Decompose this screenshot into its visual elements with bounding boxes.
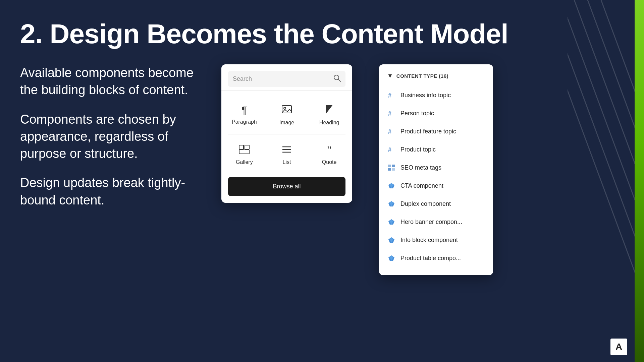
chevron-down-icon: ▼ bbox=[387, 72, 393, 79]
image-icon bbox=[281, 104, 292, 116]
picker-item-paragraph[interactable]: ¶ Paragraph bbox=[225, 97, 264, 131]
search-input[interactable]: Search bbox=[233, 75, 330, 82]
panel-title: CONTENT TYPE (16) bbox=[396, 73, 448, 79]
svg-rect-21 bbox=[392, 165, 395, 167]
content-type-item-hero[interactable]: Hero banner compon... bbox=[379, 213, 493, 231]
gem-icon-duplex bbox=[387, 199, 396, 208]
picker-item-image[interactable]: Image bbox=[267, 97, 307, 131]
text-column: Available components become the building… bbox=[20, 61, 195, 209]
search-bar[interactable]: Search bbox=[228, 71, 345, 87]
gem-icon-hero bbox=[387, 218, 396, 226]
content-type-item-product-feature[interactable]: # Product feature topic bbox=[379, 122, 493, 140]
paragraph-label: Paragraph bbox=[232, 119, 257, 125]
item-label-hero: Hero banner compon... bbox=[400, 219, 462, 226]
svg-line-5 bbox=[601, 0, 635, 362]
hash-icon: # bbox=[387, 91, 396, 100]
picker-item-heading[interactable]: Heading bbox=[310, 97, 349, 131]
gallery-icon bbox=[239, 145, 250, 156]
component-picker-panel: Search ¶ Paragraph bbox=[221, 64, 352, 203]
content-type-item-business-info[interactable]: # Business info topic bbox=[379, 86, 493, 104]
svg-rect-23 bbox=[392, 168, 395, 171]
gallery-label: Gallery bbox=[236, 159, 253, 165]
content-type-item-info-block[interactable]: Info block component bbox=[379, 231, 493, 249]
content-type-item-seo[interactable]: SEO meta tags bbox=[379, 159, 493, 177]
item-label-product-table: Product table compo... bbox=[400, 255, 461, 262]
content-type-list: # Business info topic # Person topic bbox=[379, 86, 493, 267]
seo-icon bbox=[387, 163, 396, 172]
svg-rect-22 bbox=[388, 168, 391, 171]
svg-rect-12 bbox=[239, 150, 249, 154]
hash-icon: # bbox=[387, 109, 396, 118]
gem-icon-product-table bbox=[387, 254, 396, 262]
svg-text:#: # bbox=[388, 128, 391, 135]
image-label: Image bbox=[279, 120, 294, 126]
picker-item-gallery[interactable]: Gallery bbox=[225, 138, 264, 170]
content-type-item-duplex[interactable]: Duplex component bbox=[379, 195, 493, 213]
picker-grid-row1: ¶ Paragraph Image bbox=[221, 90, 352, 134]
gem-icon-info bbox=[387, 236, 396, 244]
item-label-cta: CTA component bbox=[400, 182, 443, 189]
paragraph-icon: ¶ bbox=[241, 105, 247, 116]
item-label-product-feature: Product feature topic bbox=[400, 128, 456, 135]
picker-header: Search bbox=[221, 64, 352, 90]
item-label-info-block: Info block component bbox=[400, 237, 458, 244]
content-type-panel: ▼ CONTENT TYPE (16) # Business info topi… bbox=[379, 64, 493, 275]
svg-rect-8 bbox=[282, 106, 291, 113]
svg-text:#: # bbox=[388, 92, 391, 99]
text-block-2: Components are chosen by appearance, reg… bbox=[20, 111, 195, 163]
search-icon bbox=[333, 74, 341, 83]
text-block-3: Design updates break tightly-bound conte… bbox=[20, 174, 195, 209]
quote-label: Quote bbox=[322, 159, 337, 165]
item-label-business-info: Business info topic bbox=[400, 92, 451, 99]
item-label-duplex: Duplex component bbox=[400, 200, 451, 207]
svg-rect-10 bbox=[239, 145, 244, 149]
picker-grid-row2: Gallery List " Quote bbox=[221, 134, 352, 174]
picker-item-quote[interactable]: " Quote bbox=[310, 138, 349, 170]
heading-label: Heading bbox=[319, 120, 339, 126]
list-icon bbox=[282, 145, 292, 156]
gem-icon-cta bbox=[387, 181, 396, 190]
content-type-item-cta[interactable]: CTA component bbox=[379, 177, 493, 195]
svg-rect-20 bbox=[388, 165, 391, 167]
item-label-seo: SEO meta tags bbox=[400, 164, 441, 171]
decorative-lines bbox=[568, 0, 635, 362]
svg-line-0 bbox=[568, 0, 635, 362]
slide-title: 2. Design Becomes the Content Model bbox=[20, 20, 541, 48]
svg-text:#: # bbox=[388, 146, 391, 153]
svg-point-9 bbox=[284, 107, 286, 109]
columns-layout: Available components become the building… bbox=[20, 61, 541, 342]
svg-rect-11 bbox=[245, 145, 249, 149]
content-type-item-product-table[interactable]: Product table compo... bbox=[379, 249, 493, 267]
browse-all-button[interactable]: Browse all bbox=[228, 177, 345, 196]
svg-line-7 bbox=[338, 79, 341, 82]
main-content: 2. Design Becomes the Content Model Avai… bbox=[0, 0, 568, 362]
content-type-item-person[interactable]: # Person topic bbox=[379, 104, 493, 122]
hash-icon: # bbox=[387, 127, 396, 136]
content-type-item-product[interactable]: # Product topic bbox=[379, 140, 493, 159]
green-accent-bar bbox=[635, 0, 644, 362]
panel-header: ▼ CONTENT TYPE (16) bbox=[379, 72, 493, 86]
picker-item-list[interactable]: List bbox=[267, 138, 307, 170]
hash-icon: # bbox=[387, 145, 396, 154]
text-block-1: Available components become the building… bbox=[20, 64, 195, 99]
logo-badge: A bbox=[610, 339, 627, 355]
logo-text: A bbox=[615, 342, 622, 352]
list-label: List bbox=[283, 159, 291, 165]
item-label-product: Product topic bbox=[400, 146, 436, 153]
heading-icon bbox=[324, 104, 334, 116]
svg-text:#: # bbox=[388, 110, 391, 117]
svg-line-3 bbox=[574, 0, 635, 362]
item-label-person: Person topic bbox=[400, 110, 434, 117]
quote-icon: " bbox=[327, 144, 332, 156]
